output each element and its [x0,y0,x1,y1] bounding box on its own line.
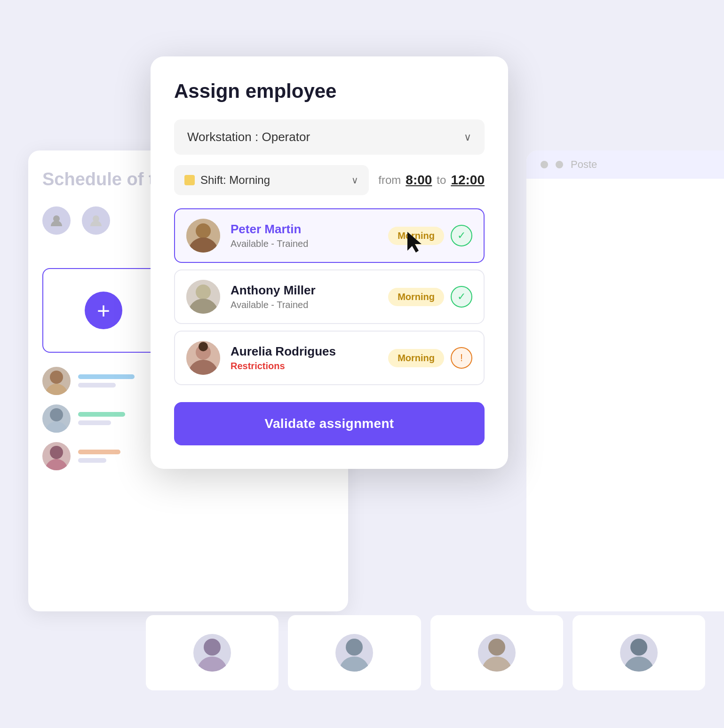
workstation-dropdown-arrow: ∨ [464,131,471,143]
bottom-avatar-1 [193,634,231,672]
emp-name-peter: Peter Martin [231,222,378,237]
modal-title: Assign employee [174,80,485,103]
add-button[interactable]: + [42,268,165,353]
bottom-card-4 [573,615,705,690]
bottom-card-2 [288,615,421,690]
emp-name-anthony: Anthony Miller [231,283,378,298]
svg-point-4 [50,446,63,459]
emp-avatar-anthony [186,280,220,314]
shift-row: Shift: Morning ∨ from 8:00 to 12:00 [174,165,485,195]
emp-info-peter: Peter Martin Available - Trained [231,222,378,249]
posted-label: Poste [571,158,597,171]
emp-right-aurelia: Morning ! [388,347,472,369]
svg-point-8 [630,639,647,656]
right-panel-header: Poste [526,150,724,179]
svg-point-13 [196,285,211,300]
emp-status-icon-aurelia: ! [451,347,472,369]
svg-marker-11 [407,232,422,253]
emp-avatar-peter [186,219,220,253]
bg-avatar-1 [42,367,71,395]
emp-shift-badge-anthony: Morning [388,288,444,306]
bg-line-5 [78,450,120,454]
svg-point-16 [199,342,208,351]
bottom-avatar-2 [335,634,373,672]
assign-employee-modal: Assign employee Workstation : Operator ∨… [151,56,508,469]
emp-right-anthony: Morning ✓ [388,286,472,308]
right-dot-1 [541,161,548,168]
right-dot-2 [556,161,563,168]
bg-icon-1 [42,206,71,235]
svg-point-5 [204,639,221,656]
emp-status-icon-peter: ✓ [451,225,472,246]
bg-line-1 [78,374,135,379]
from-label: from [378,174,401,187]
workstation-dropdown-label: Workstation : Operator [187,130,310,144]
svg-point-3 [50,408,63,421]
emp-info-anthony: Anthony Miller Available - Trained [231,283,378,310]
shift-dropdown-label: Shift: Morning [200,174,346,187]
bg-line-4 [78,420,111,425]
validate-button[interactable]: Validate assignment [174,402,485,445]
bg-line-2 [78,383,116,388]
shift-dropdown-arrow: ∨ [351,174,358,186]
bg-line-3 [78,412,125,417]
shift-dropdown[interactable]: Shift: Morning ∨ [174,165,369,195]
emp-status-anthony: Available - Trained [231,300,378,310]
bottom-cards [127,615,724,690]
bottom-card-3 [430,615,563,690]
bg-icon-2 [82,206,110,235]
emp-info-aurelia: Aurelia Rodrigues Restrictions [231,344,378,372]
emp-status-peter: Available - Trained [231,238,378,249]
emp-shift-badge-aurelia: Morning [388,349,444,367]
cursor [406,230,422,255]
employee-card-anthony[interactable]: Anthony Miller Available - Trained Morni… [174,269,485,324]
employee-card-peter[interactable]: Peter Martin Available - Trained Morning… [174,208,485,263]
from-value: 8:00 [406,173,432,188]
employee-card-aurelia[interactable]: Aurelia Rodrigues Restrictions Morning ! [174,331,485,385]
bottom-card-1 [146,615,278,690]
background-right-panel: Poste [526,150,724,611]
emp-status-aurelia: Restrictions [231,361,378,372]
svg-point-7 [488,639,505,656]
bottom-avatar-4 [620,634,658,672]
emp-name-aurelia: Aurelia Rodrigues [231,344,378,359]
svg-point-6 [346,639,363,656]
emp-status-icon-anthony: ✓ [451,286,472,308]
to-value: 12:00 [451,173,485,188]
bg-lines-2 [78,412,125,425]
svg-point-2 [50,371,63,384]
emp-avatar-aurelia [186,341,220,375]
time-info: from 8:00 to 12:00 [378,173,485,188]
workstation-dropdown[interactable]: Workstation : Operator ∨ [174,119,485,155]
employee-list: Peter Martin Available - Trained Morning… [174,208,485,385]
add-icon: + [85,292,122,329]
svg-point-10 [196,223,211,238]
emp-right-peter: Morning ✓ [388,225,472,246]
bg-lines-1 [78,374,135,388]
shift-dot-icon [184,175,195,185]
to-label: to [437,174,446,187]
bg-avatar-3 [42,442,71,470]
bg-avatar-2 [42,404,71,433]
bg-line-6 [78,458,106,463]
bottom-avatar-3 [478,634,516,672]
bg-lines-3 [78,450,120,463]
